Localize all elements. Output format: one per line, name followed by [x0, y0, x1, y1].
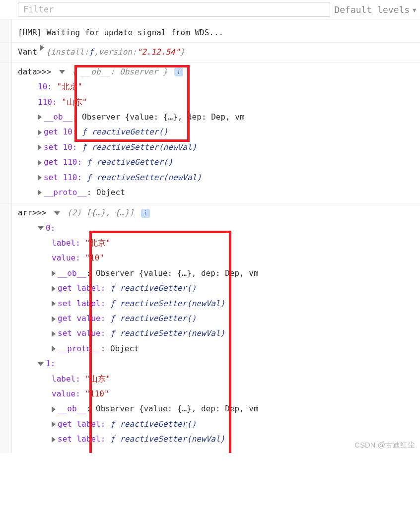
log-arr: arr>>> (2) [{…}, {…}] i 0: label: "北京" v…	[0, 203, 420, 449]
expand-icon[interactable]	[40, 45, 44, 51]
log-levels-dropdown[interactable]: Default levels ▾	[334, 4, 417, 15]
collapse-icon[interactable]	[38, 226, 44, 230]
expand-icon[interactable]	[52, 331, 56, 337]
expand-icon[interactable]	[38, 190, 42, 195]
data-label: data>>>	[18, 67, 56, 76]
chevron-down-icon: ▾	[412, 4, 417, 15]
log-vant: Vant { install: ƒ , version: "2.12.54" }	[0, 43, 420, 62]
expand-icon[interactable]	[52, 437, 56, 443]
log-hmr: [HMR] Waiting for update signal from WDS…	[0, 23, 420, 43]
expand-icon[interactable]	[52, 346, 56, 352]
collapse-icon[interactable]	[59, 70, 65, 74]
filter-bar: Default levels ▾	[0, 0, 420, 19]
filter-input[interactable]	[18, 2, 330, 17]
expand-icon[interactable]	[52, 286, 56, 292]
expand-icon[interactable]	[38, 114, 42, 120]
collapse-icon[interactable]	[54, 211, 60, 215]
console-panel: [HMR] Waiting for update signal from WDS…	[0, 19, 420, 453]
info-icon[interactable]: i	[174, 67, 183, 76]
log-levels-label: Default levels	[334, 4, 410, 15]
arr-label: arr>>>	[18, 208, 51, 217]
vant-label: Vant	[18, 45, 37, 60]
expand-icon[interactable]	[52, 406, 56, 412]
expand-icon[interactable]	[38, 175, 42, 181]
info-icon[interactable]: i	[141, 209, 150, 218]
expand-icon[interactable]	[52, 270, 56, 276]
expand-icon[interactable]	[38, 129, 42, 135]
log-data: data>>> { __ob__: Observer } i 10: "北京" …	[0, 63, 420, 204]
watermark: CSDN @古迪红尘	[354, 441, 415, 450]
expand-icon[interactable]	[52, 316, 56, 322]
expand-icon[interactable]	[52, 421, 56, 427]
collapse-icon[interactable]	[38, 362, 44, 366]
hmr-text: [HMR] Waiting for update signal from WDS…	[18, 25, 223, 40]
expand-icon[interactable]	[38, 160, 42, 166]
expand-icon[interactable]	[52, 301, 56, 307]
expand-icon[interactable]	[38, 144, 42, 150]
